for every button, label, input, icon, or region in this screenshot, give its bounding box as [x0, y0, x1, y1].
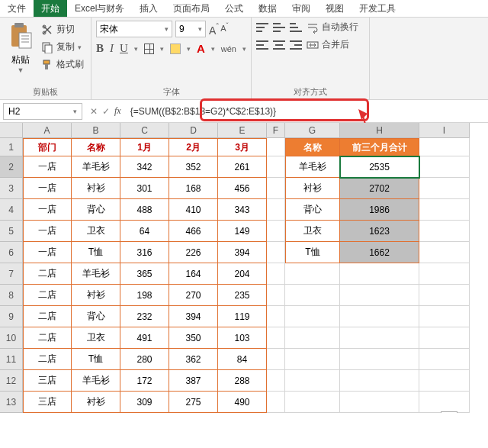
cell-I8[interactable]: [419, 285, 470, 306]
row-header-2[interactable]: 2: [0, 156, 23, 178]
align-right-icon[interactable]: [290, 40, 302, 50]
tab-home[interactable]: 开始: [34, 0, 67, 17]
cell-A13[interactable]: 三店: [23, 392, 72, 413]
cell-E4[interactable]: 343: [218, 199, 267, 221]
align-middle-icon[interactable]: [273, 23, 285, 32]
cell-C9[interactable]: 232: [120, 306, 169, 327]
cell-F10[interactable]: [267, 327, 285, 349]
cell-B4[interactable]: 背心: [72, 199, 120, 221]
cell-F4[interactable]: [267, 199, 285, 221]
row-header-12[interactable]: 12: [0, 370, 23, 392]
cell-F1[interactable]: [267, 138, 285, 156]
cell-I1[interactable]: [419, 138, 470, 156]
underline-button[interactable]: U: [120, 42, 128, 55]
cell-G1[interactable]: 名称: [285, 138, 340, 156]
cell-D2[interactable]: 352: [169, 156, 218, 178]
cell-C1[interactable]: 1月: [120, 138, 169, 156]
cell-A3[interactable]: 一店: [23, 178, 72, 199]
tab-view[interactable]: 视图: [318, 0, 352, 17]
row-header-4[interactable]: 4: [0, 199, 23, 221]
cell-E2[interactable]: 261: [218, 156, 267, 178]
cell-C10[interactable]: 491: [120, 327, 169, 349]
cell-B6[interactable]: T恤: [72, 242, 120, 263]
cell-F3[interactable]: [267, 178, 285, 199]
col-header-A[interactable]: A: [23, 123, 72, 138]
cell-E11[interactable]: 84: [218, 349, 267, 370]
tab-insert[interactable]: 插入: [132, 0, 165, 17]
cell-D1[interactable]: 2月: [169, 138, 218, 156]
tab-developer[interactable]: 开发工具: [352, 0, 403, 17]
cell-A1[interactable]: 部门: [23, 138, 72, 156]
paste-options-button[interactable]: 📋▾: [441, 411, 458, 413]
italic-button[interactable]: I: [110, 42, 114, 55]
cell-E5[interactable]: 149: [218, 221, 267, 242]
cell-D4[interactable]: 410: [169, 199, 218, 221]
cell-F2[interactable]: [267, 156, 285, 178]
cell-H2[interactable]: 2535: [340, 156, 419, 178]
tab-file[interactable]: 文件: [0, 0, 34, 17]
cell-E10[interactable]: 103: [218, 327, 267, 349]
border-button[interactable]: [144, 44, 155, 54]
cell-H9[interactable]: [340, 306, 419, 327]
cell-E6[interactable]: 394: [218, 242, 267, 263]
cell-G2[interactable]: 羊毛衫: [285, 156, 340, 178]
align-top-icon[interactable]: [256, 23, 268, 32]
row-header-10[interactable]: 10: [0, 327, 23, 349]
cell-I9[interactable]: [419, 306, 470, 327]
cell-G8[interactable]: [285, 285, 340, 306]
row-header-1[interactable]: 1: [0, 138, 23, 156]
cell-E12[interactable]: 288: [218, 370, 267, 392]
cell-G13[interactable]: [285, 392, 340, 413]
fx-icon[interactable]: fx: [114, 105, 121, 117]
col-header-G[interactable]: G: [285, 123, 340, 138]
cell-H7[interactable]: [340, 263, 419, 285]
tab-data[interactable]: 数据: [251, 0, 284, 17]
cell-G3[interactable]: 衬衫: [285, 178, 340, 199]
row-header-8[interactable]: 8: [0, 285, 23, 306]
cell-E7[interactable]: 204: [218, 263, 267, 285]
font-size-select[interactable]: 9▾: [175, 21, 206, 37]
col-header-I[interactable]: I: [419, 123, 470, 138]
align-center-icon[interactable]: [273, 40, 285, 50]
cell-H13[interactable]: [340, 392, 419, 413]
name-box[interactable]: H2▾: [3, 103, 82, 120]
enter-icon[interactable]: ✓: [102, 106, 110, 117]
cell-F8[interactable]: [267, 285, 285, 306]
cell-H6[interactable]: 1662: [340, 242, 419, 263]
cell-D9[interactable]: 394: [169, 306, 218, 327]
cell-C7[interactable]: 365: [120, 263, 169, 285]
col-header-E[interactable]: E: [218, 123, 267, 138]
row-header-5[interactable]: 5: [0, 221, 23, 242]
cell-A12[interactable]: 三店: [23, 370, 72, 392]
merge-button[interactable]: 合并后: [307, 38, 349, 51]
cell-H3[interactable]: 2702: [340, 178, 419, 199]
cell-C8[interactable]: 198: [120, 285, 169, 306]
cell-G5[interactable]: 卫衣: [285, 221, 340, 242]
cell-B3[interactable]: 衬衫: [72, 178, 120, 199]
col-header-D[interactable]: D: [169, 123, 218, 138]
col-header-F[interactable]: F: [267, 123, 285, 138]
cell-D12[interactable]: 387: [169, 370, 218, 392]
cell-E1[interactable]: 3月: [218, 138, 267, 156]
cell-B2[interactable]: 羊毛衫: [72, 156, 120, 178]
cell-B1[interactable]: 名称: [72, 138, 120, 156]
tab-formula[interactable]: 公式: [217, 0, 251, 17]
cell-E9[interactable]: 119: [218, 306, 267, 327]
cell-H4[interactable]: 1986: [340, 199, 419, 221]
copy-button[interactable]: 复制▾: [40, 40, 85, 54]
cell-A8[interactable]: 二店: [23, 285, 72, 306]
cell-E8[interactable]: 235: [218, 285, 267, 306]
cell-A10[interactable]: 二店: [23, 327, 72, 349]
cell-D11[interactable]: 362: [169, 349, 218, 370]
cell-H1[interactable]: 前三个月合计: [340, 138, 419, 156]
cell-B12[interactable]: 羊毛衫: [72, 370, 120, 392]
cell-I6[interactable]: [419, 242, 470, 263]
cell-C5[interactable]: 64: [120, 221, 169, 242]
cell-F9[interactable]: [267, 306, 285, 327]
cell-I13[interactable]: [419, 392, 470, 413]
cell-C12[interactable]: 172: [120, 370, 169, 392]
wrap-text-button[interactable]: 自动换行: [307, 21, 358, 34]
cell-E13[interactable]: 490: [218, 392, 267, 413]
row-header-7[interactable]: 7: [0, 263, 23, 285]
cell-C3[interactable]: 301: [120, 178, 169, 199]
